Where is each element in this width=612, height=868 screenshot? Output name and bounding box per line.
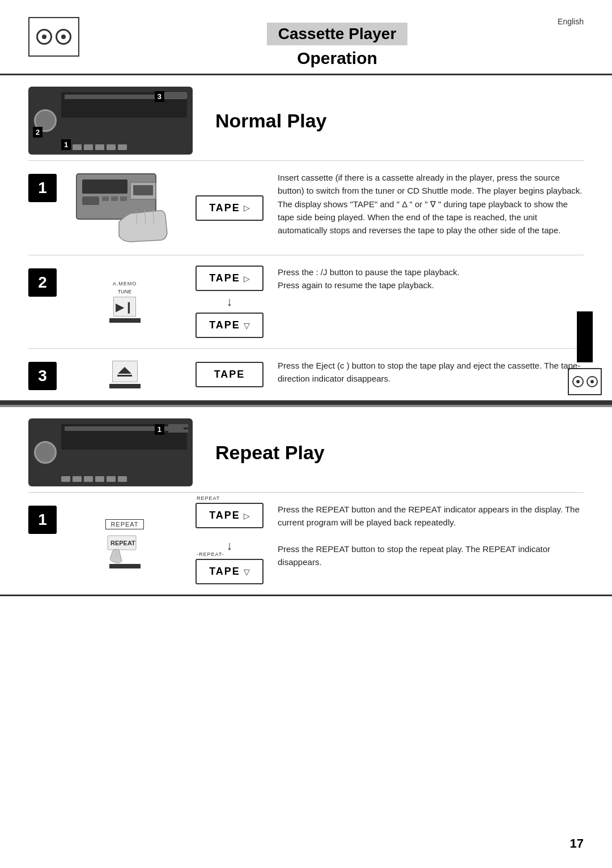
repeat-button-illustration: REPEAT REPEAT: [105, 519, 144, 568]
repeat-button-base: [109, 564, 141, 568]
page-header: English Cassette Player Operation: [0, 0, 612, 75]
step-number-1: 1: [28, 174, 57, 202]
radio-btn: [95, 144, 104, 150]
step-number-2: 2: [28, 268, 57, 297]
tape-line: [168, 429, 188, 433]
amemo-label: A.MEMO: [113, 281, 137, 287]
eject-button-area: [109, 361, 141, 388]
step-1-illustration: [68, 171, 181, 245]
step-1-display: TAPE ▷: [193, 171, 266, 245]
repeat-desc-2: Press the REPEAT button to stop the repe…: [278, 544, 550, 567]
svg-rect-1: [82, 179, 128, 194]
step-2: 2 A.MEMO TUNE ▶❙ TAPE ▷: [28, 255, 584, 348]
radio-btn: [73, 144, 82, 150]
repeat-button-label: REPEAT: [105, 519, 143, 529]
tape-arrow-1: ▷: [244, 203, 250, 212]
repeat-step-number-1: 1: [28, 506, 57, 534]
tape-slot: [164, 92, 187, 99]
badge-1: 1: [61, 139, 71, 150]
tape-arrow-2a: ▷: [244, 274, 250, 283]
badge-2: 2: [33, 127, 42, 138]
radio-btn-r: [61, 476, 70, 482]
eject-line: [117, 375, 132, 377]
page-number: 17: [570, 836, 584, 851]
tape-indicators: [168, 424, 188, 433]
header-title-area: English Cassette Player Operation: [91, 17, 584, 68]
tape-display-2a: TAPE ▷: [196, 266, 264, 291]
repeat-tape-label-2: TAPE: [209, 566, 240, 578]
tape-label-2a: TAPE: [209, 272, 240, 284]
header-title-box: Cassette Player Operation: [91, 23, 584, 68]
tape-with-repeat-dash-label: -REPEAT- TAPE ▽: [196, 559, 264, 584]
sidebar-reel-center-l: [576, 380, 580, 383]
arrow-down-2: ↓: [227, 294, 233, 309]
button-base: [109, 318, 141, 323]
radio-knob-repeat: [34, 441, 57, 464]
tape-line: [168, 424, 188, 427]
tape-label-2b: TAPE: [209, 319, 240, 331]
repeat-hand-area: REPEAT: [105, 533, 144, 568]
cassette-insert-svg: [74, 171, 176, 245]
radio-btn-r: [73, 476, 82, 482]
repeat-step-1-illustration: REPEAT REPEAT: [68, 503, 181, 584]
normal-play-header-row: 1 2 3 Normal Play: [28, 75, 584, 160]
right-sidebar-elements: [568, 311, 602, 395]
sidebar-reel-center-r: [590, 380, 594, 383]
svg-rect-5: [120, 196, 127, 201]
tune-label: TUNE: [118, 289, 132, 294]
repeat-step-1-description: Press the REPEAT button and the REPEAT i…: [278, 503, 584, 584]
pause-button-container: ▶❙: [109, 297, 141, 323]
radio-btn-r: [107, 476, 116, 482]
step-2-display: TAPE ▷ ↓ TAPE ▽: [193, 266, 266, 338]
play-pause-button: ▶❙: [113, 297, 136, 317]
radio-button-row: [61, 144, 135, 150]
sidebar-black-bar: [577, 311, 593, 362]
repeat-hand-svg: REPEAT: [105, 533, 144, 564]
tape-label-1: TAPE: [209, 202, 240, 214]
radio-diagram-repeat: 1: [28, 418, 193, 486]
title-sub: Operation: [297, 49, 377, 68]
sidebar-logo-inner: [572, 376, 598, 387]
step-2-illustration: A.MEMO TUNE ▶❙: [68, 266, 181, 338]
title-badge: Cassette Player: [267, 23, 408, 45]
step-3-illustration: [68, 359, 181, 390]
reel-left: [36, 29, 52, 45]
svg-text:REPEAT: REPEAT: [110, 540, 135, 546]
tape-arrow-2b: ▽: [244, 321, 250, 330]
repeat-small-label-2: -REPEAT-: [197, 551, 224, 557]
eject-button-base: [109, 384, 141, 388]
svg-rect-3: [102, 196, 109, 201]
svg-rect-2: [82, 196, 99, 205]
step-3: 3 TAPE: [28, 348, 584, 400]
radio-btn-r: [84, 476, 93, 482]
step-2-desc-text: Press the : /J button to pause the tape …: [278, 267, 460, 290]
pause-illustration: A.MEMO TUNE ▶❙: [109, 281, 141, 323]
eject-btn: [112, 361, 138, 382]
repeat-tape-display-1: TAPE ▷: [196, 503, 264, 528]
radio-buttons-repeat: [61, 476, 135, 482]
svg-rect-4: [111, 196, 118, 201]
svg-rect-7: [133, 185, 153, 195]
step-number-3: 3: [28, 362, 57, 390]
reel-right: [56, 29, 71, 45]
step-2-description: Press the : /J button to pause the tape …: [278, 266, 584, 338]
normal-play-section: 1 2 3 Normal Play 1: [0, 75, 612, 402]
tape-label-3: TAPE: [214, 369, 245, 380]
display-slot-r: [65, 426, 184, 431]
step-3-description: Press the Eject (c ) button to stop the …: [278, 359, 584, 390]
repeat-play-title: Repeat Play: [215, 442, 325, 464]
radio-btn: [107, 144, 116, 150]
tape-display-3: TAPE: [196, 362, 264, 387]
repeat-arrow-down: ↓: [227, 538, 233, 553]
repeat-step-1-display: REPEAT TAPE ▷ ↓ -REPEAT- TAPE ▽: [193, 503, 266, 584]
repeat-play-steps: 1 REPEAT REPEAT: [28, 492, 584, 595]
language-label: English: [558, 17, 584, 26]
radio-btn: [118, 144, 127, 150]
tape-display-1: TAPE ▷: [196, 195, 264, 221]
cassette-logo-icon: [36, 29, 71, 45]
normal-play-steps: 1: [28, 160, 584, 400]
eject-illustration: [109, 361, 141, 388]
badge-3: 3: [155, 91, 164, 102]
radio-btn: [84, 144, 93, 150]
radio-btn-r: [95, 476, 104, 482]
